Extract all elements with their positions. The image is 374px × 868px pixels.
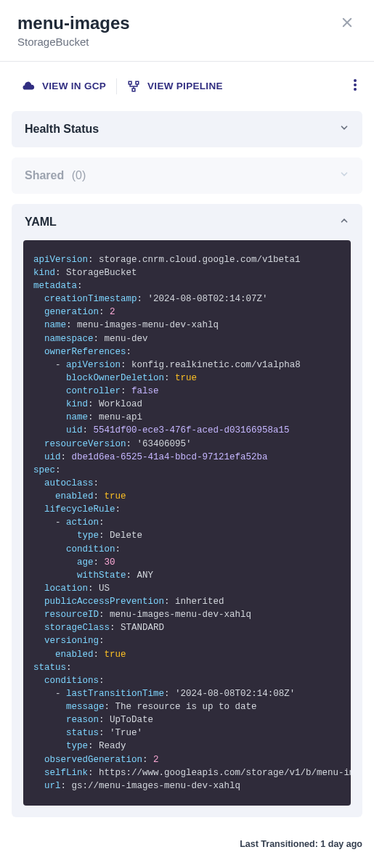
toolbar: VIEW IN GCP VIEW PIPELINE: [0, 62, 374, 111]
chevron-down-icon: [339, 169, 349, 182]
health-status-accordion: Health Status: [12, 111, 362, 147]
close-button[interactable]: [338, 13, 357, 35]
svg-point-7: [354, 88, 357, 91]
view-in-gcp-label: VIEW IN GCP: [42, 81, 106, 91]
view-in-gcp-button[interactable]: VIEW IN GCP: [12, 75, 116, 97]
panel-header: menu-images StorageBucket: [0, 0, 374, 62]
shared-accordion: Shared (0): [12, 157, 362, 194]
cloud-icon: [22, 80, 35, 93]
title-block: menu-images StorageBucket: [17, 13, 130, 48]
yaml-body: apiVersion: storage.cnrm.cloud.google.co…: [12, 240, 362, 817]
svg-rect-4: [132, 89, 135, 91]
close-icon: [341, 16, 354, 29]
resource-kind: StorageBucket: [17, 36, 130, 48]
yaml-accordion: YAML apiVersion: storage.cnrm.cloud.goog…: [12, 204, 362, 817]
svg-rect-2: [129, 81, 131, 84]
kebab-icon: [354, 79, 357, 91]
footer: Last Transitioned: 1 day ago: [0, 836, 374, 862]
health-status-label: Health Status: [25, 123, 99, 136]
shared-count: (0): [72, 169, 86, 181]
chevron-down-icon: [339, 123, 349, 136]
pipeline-icon: [127, 80, 140, 93]
yaml-code[interactable]: apiVersion: storage.cnrm.cloud.google.co…: [23, 240, 351, 806]
more-menu-button[interactable]: [348, 75, 362, 98]
svg-rect-3: [136, 81, 139, 84]
last-transitioned-label: Last Transitioned:: [240, 839, 318, 849]
svg-point-5: [354, 79, 357, 82]
yaml-label: YAML: [25, 216, 57, 229]
svg-point-6: [354, 83, 357, 86]
shared-header[interactable]: Shared (0): [12, 157, 362, 194]
toolbar-left: VIEW IN GCP VIEW PIPELINE: [12, 75, 233, 97]
view-pipeline-label: VIEW PIPELINE: [147, 81, 223, 91]
health-status-header[interactable]: Health Status: [12, 111, 362, 147]
shared-label: Shared: [25, 169, 64, 181]
view-pipeline-button[interactable]: VIEW PIPELINE: [117, 75, 233, 97]
chevron-up-icon: [339, 216, 349, 229]
yaml-header[interactable]: YAML: [12, 204, 362, 240]
last-transitioned-value: 1 day ago: [320, 839, 362, 849]
page-title: menu-images: [17, 13, 130, 34]
